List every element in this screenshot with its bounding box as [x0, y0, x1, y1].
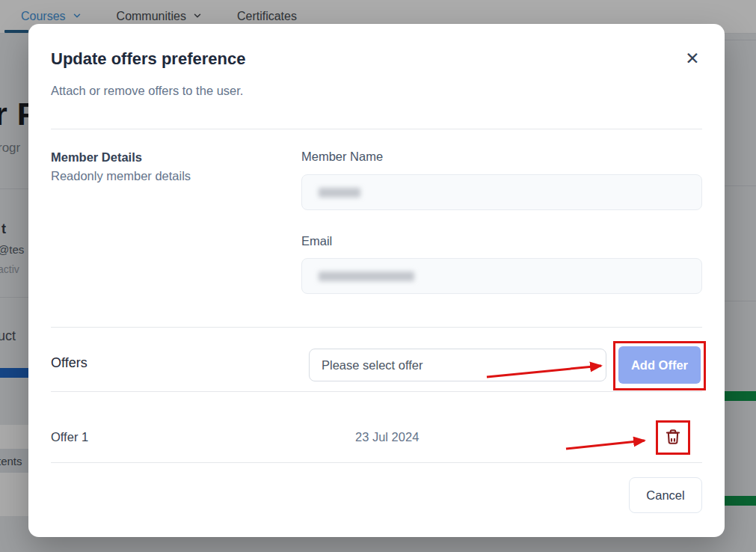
email-label: Email — [301, 234, 332, 248]
delete-offer-button[interactable] — [663, 427, 683, 448]
member-name-label: Member Name — [301, 150, 383, 164]
email-field[interactable] — [301, 258, 702, 294]
divider — [51, 391, 702, 392]
redacted-email — [319, 272, 414, 281]
divider — [51, 327, 702, 328]
member-name-field[interactable] — [301, 174, 702, 210]
member-details-description: Readonly member details — [51, 169, 191, 183]
update-offers-dialog: Update offers preference ✕ Attach or rem… — [28, 24, 725, 537]
trash-icon — [663, 438, 683, 449]
add-offer-button[interactable]: Add Offer — [618, 346, 701, 384]
offer-row-date: 23 Jul 2024 — [355, 430, 419, 444]
cancel-button[interactable]: Cancel — [629, 477, 702, 513]
offer-select-placeholder: Please select offer — [322, 358, 422, 372]
dialog-subtitle: Attach or remove offers to the user. — [51, 84, 243, 98]
divider — [51, 462, 702, 463]
offer-row-name: Offer 1 — [51, 430, 88, 444]
close-icon[interactable]: ✕ — [679, 45, 706, 72]
dialog-title: Update offers preference — [51, 49, 245, 69]
member-details-heading: Member Details — [51, 150, 142, 165]
divider — [51, 129, 702, 129]
redacted-member-name — [319, 188, 360, 197]
offer-select[interactable]: Please select offer — [309, 349, 606, 381]
offers-heading: Offers — [51, 355, 87, 371]
